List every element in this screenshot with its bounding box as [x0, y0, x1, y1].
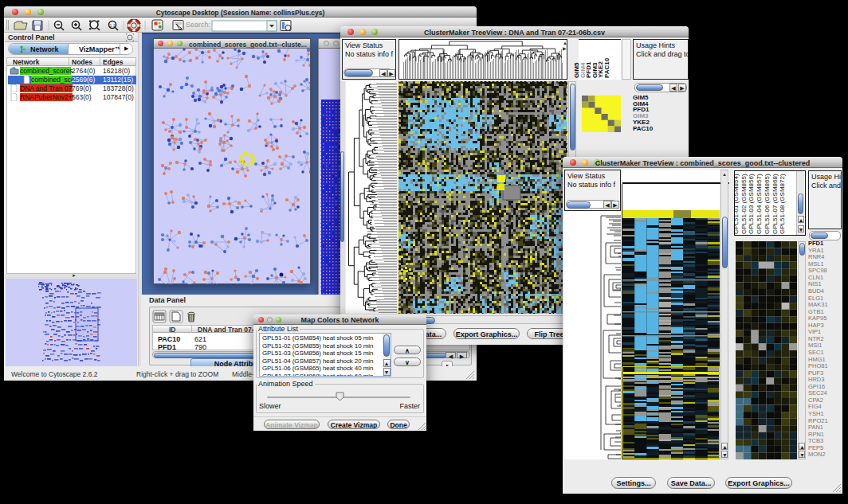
svg-text:Search:: Search: [186, 21, 210, 29]
svg-text:1:1: 1:1 [110, 23, 116, 28]
